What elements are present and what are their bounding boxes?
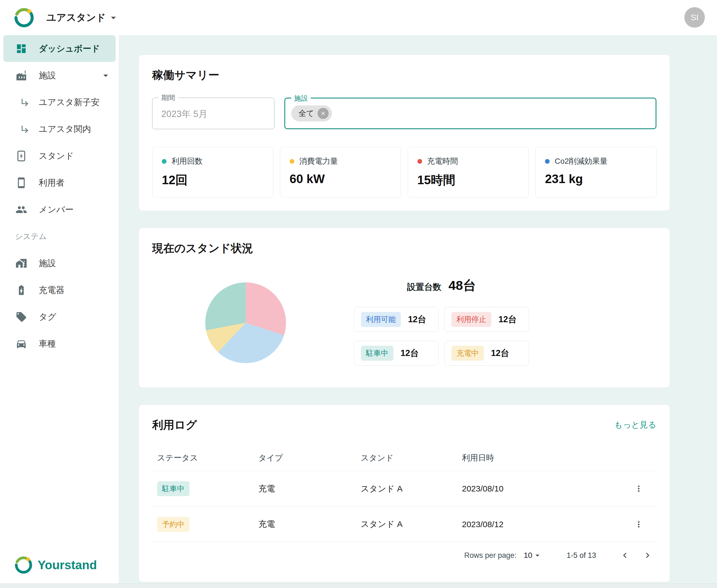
status-badge: 駐車中 bbox=[157, 481, 189, 496]
sidebar-brand: Yourstand bbox=[14, 556, 97, 574]
stat-card-charging-time: 充電時間 15時間 bbox=[408, 147, 529, 197]
sidebar-item-facility-kannai[interactable]: ユアスタ関内 bbox=[0, 115, 119, 143]
stat-dot bbox=[545, 159, 550, 164]
card-title: 利用ログ bbox=[152, 417, 197, 433]
installed-total-label: 設置台数 bbox=[407, 281, 441, 293]
table-row[interactable]: 予約中 充電 スタンド A 2023/08/12 bbox=[152, 506, 656, 542]
horizontal-scrollbar[interactable] bbox=[0, 584, 717, 588]
factory-icon bbox=[16, 70, 27, 81]
facility-label: 施設 bbox=[291, 94, 311, 103]
stat-value: 231 kg bbox=[545, 172, 647, 186]
chevron-right-icon[interactable] bbox=[640, 548, 655, 563]
stat-card-power-consumption: 消費電力量 60 kW bbox=[280, 147, 401, 197]
people-icon bbox=[16, 204, 27, 215]
column-header-datetime: 利用日時 bbox=[462, 453, 626, 464]
status-box-available: 利用可能 12台 bbox=[354, 307, 439, 332]
cell-type: 充電 bbox=[258, 519, 361, 530]
sidebar-section-label: システム bbox=[0, 223, 119, 250]
subdirectory-arrow-icon bbox=[20, 124, 30, 134]
sidebar-item-facility-shinkoyasu[interactable]: ユアスタ新子安 bbox=[0, 89, 119, 115]
table-row[interactable]: 駐車中 充電 スタンド A 2023/08/10 bbox=[152, 471, 656, 506]
sidebar-item-label: 施設 bbox=[39, 70, 56, 81]
sidebar-item-chargers[interactable]: 充電器 bbox=[0, 277, 119, 303]
facility-input[interactable]: 施設 全て bbox=[284, 98, 656, 129]
status-badge: 充電中 bbox=[451, 346, 484, 361]
cell-stand: スタンド A bbox=[361, 483, 462, 495]
row-menu-icon[interactable] bbox=[632, 482, 645, 495]
stat-card-co2-reduction: Co2削減効果量 231 kg bbox=[535, 147, 656, 197]
rows-per-page-label: Rows per page: bbox=[464, 551, 516, 560]
facility-chip-label: 全て bbox=[298, 108, 314, 119]
battery-charging-icon bbox=[16, 284, 27, 296]
pagination-range: 1-5 of 13 bbox=[567, 551, 596, 560]
status-count: 12台 bbox=[408, 314, 426, 325]
status-badge: 利用可能 bbox=[361, 312, 401, 327]
brand-text: Yourstand bbox=[38, 558, 97, 572]
yourstand-logo-icon bbox=[14, 556, 33, 574]
chevron-left-icon[interactable] bbox=[617, 548, 633, 563]
status-count: 12台 bbox=[491, 348, 509, 359]
sidebar-item-dashboard[interactable]: ダッシュボード bbox=[3, 35, 115, 62]
sidebar-item-car-models[interactable]: 車種 bbox=[0, 330, 119, 357]
status-box-stopped: 利用停止 12台 bbox=[445, 307, 529, 332]
sidebar-item-label: 施設 bbox=[39, 257, 56, 269]
installed-total-value: 48台 bbox=[448, 277, 476, 294]
table-header: ステータス タイプ スタンド 利用日時 bbox=[152, 445, 656, 471]
subdirectory-arrow-icon bbox=[20, 97, 30, 108]
avatar[interactable]: SI bbox=[684, 7, 705, 28]
sidebar-item-label: ユアスタ新子安 bbox=[39, 97, 100, 108]
sidebar-item-label: ダッシュボード bbox=[39, 43, 100, 55]
chip-remove-icon[interactable] bbox=[318, 108, 329, 119]
period-input[interactable]: 期間 2023年 5月 bbox=[152, 98, 274, 129]
sidebar-item-label: スタンド bbox=[39, 150, 74, 162]
usage-log-table: ステータス タイプ スタンド 利用日時 駐車中 充電 スタンド A 2023/0… bbox=[152, 445, 656, 569]
cell-datetime: 2023/08/10 bbox=[462, 484, 626, 493]
stat-label: Co2削減効果量 bbox=[555, 156, 608, 167]
sidebar-item-members[interactable]: メンバー bbox=[0, 196, 119, 223]
summary-stats: 利用回数 12回 消費電力量 60 kW 充電時間 15時間 Co2削減効果量 … bbox=[152, 147, 656, 197]
rows-per-page-select[interactable]: 10 bbox=[524, 551, 542, 560]
sidebar-item-label: メンバー bbox=[39, 204, 73, 215]
sidebar-item-label: 充電器 bbox=[39, 284, 64, 296]
dashboard-icon bbox=[16, 43, 27, 55]
stat-label: 消費電力量 bbox=[299, 156, 338, 167]
sidebar-item-users[interactable]: 利用者 bbox=[0, 169, 119, 196]
sidebar-item-facilities[interactable]: 施設 bbox=[0, 62, 119, 89]
sidebar-item-label: ユアスタ関内 bbox=[39, 123, 91, 135]
main-content: 稼働サマリー 期間 2023年 5月 施設 全て 利用回数 12回 bbox=[119, 35, 717, 584]
stat-dot bbox=[417, 159, 422, 164]
column-header-type: タイプ bbox=[258, 453, 361, 464]
usage-log-card: 利用ログ もっと見る ステータス タイプ スタンド 利用日時 駐車中 充電 スタ… bbox=[139, 404, 670, 582]
home-work-icon bbox=[16, 257, 27, 269]
see-more-link[interactable]: もっと見る bbox=[614, 419, 656, 430]
header: ユアスタンド SI bbox=[0, 0, 717, 35]
sidebar-item-tags[interactable]: タグ bbox=[0, 303, 119, 330]
sidebar-item-stands[interactable]: スタンド bbox=[0, 143, 119, 169]
facility-chip[interactable]: 全て bbox=[291, 105, 332, 121]
period-value: 2023年 5月 bbox=[161, 108, 274, 120]
column-header-stand: スタンド bbox=[361, 453, 462, 464]
car-icon bbox=[16, 338, 27, 350]
app-title[interactable]: ユアスタンド bbox=[46, 11, 106, 24]
stat-card-usage-count: 利用回数 12回 bbox=[152, 147, 273, 197]
status-box-parked: 駐車中 12台 bbox=[354, 341, 439, 365]
column-header-status: ステータス bbox=[157, 453, 258, 464]
stat-label: 利用回数 bbox=[171, 156, 203, 167]
rows-per-page-value: 10 bbox=[524, 551, 532, 560]
status-box-charging: 充電中 12台 bbox=[445, 341, 529, 365]
status-badge: 駐車中 bbox=[361, 346, 393, 361]
period-label: 期間 bbox=[159, 93, 178, 102]
chevron-down-icon[interactable] bbox=[108, 12, 119, 23]
stat-value: 12回 bbox=[162, 172, 263, 188]
sidebar-item-system-facilities[interactable]: 施設 bbox=[0, 250, 119, 277]
chevron-down-icon bbox=[100, 70, 111, 81]
row-menu-icon[interactable] bbox=[632, 518, 645, 531]
summary-filters: 期間 2023年 5月 施設 全て bbox=[152, 98, 656, 129]
sidebar: ダッシュボード 施設 ユアスタ新子安 ユアスタ関内 スタンド 利用者 メンバー … bbox=[0, 35, 119, 584]
stat-value: 60 kW bbox=[290, 172, 392, 186]
stat-label: 充電時間 bbox=[427, 156, 458, 167]
tag-icon bbox=[16, 311, 27, 323]
stat-dot bbox=[162, 159, 167, 164]
sidebar-item-label: タグ bbox=[39, 311, 56, 323]
yourstand-logo-icon[interactable] bbox=[14, 7, 34, 28]
